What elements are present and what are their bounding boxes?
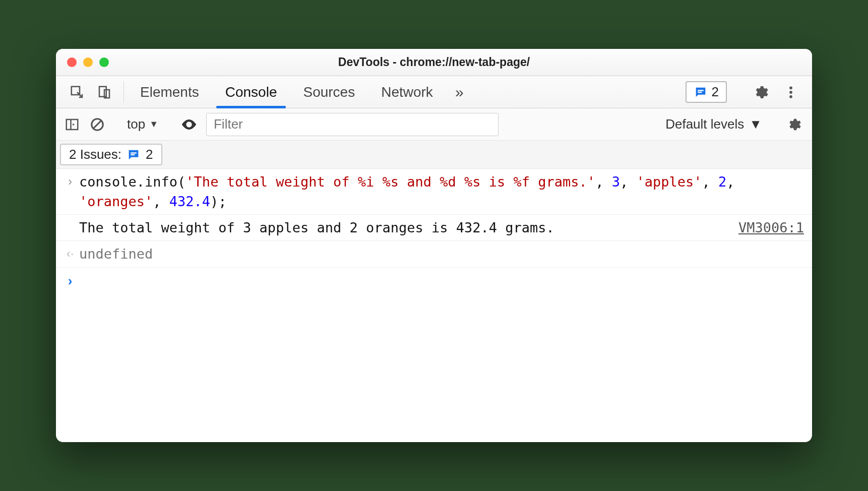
traffic-lights — [67, 57, 109, 67]
tab-network[interactable]: Network — [368, 76, 446, 108]
svg-rect-8 — [67, 119, 78, 130]
live-expression-icon[interactable] — [179, 114, 199, 135]
console-output: › console.info('The total weight of %i %… — [56, 169, 812, 442]
prompt-marker-icon: › — [61, 271, 79, 291]
titlebar: DevTools - chrome://new-tab-page/ — [56, 49, 812, 76]
close-window-button[interactable] — [67, 57, 77, 67]
input-marker-icon: › — [61, 172, 79, 191]
console-settings-button[interactable] — [783, 113, 805, 136]
more-options-button[interactable] — [780, 81, 802, 103]
devtools-window: DevTools - chrome://new-tab-page/ Elemen… — [56, 49, 812, 442]
console-input-code[interactable]: console.info('The total weight of %i %s … — [79, 172, 804, 211]
zoom-window-button[interactable] — [99, 57, 109, 67]
console-output-text: The total weight of 3 apples and 2 orang… — [79, 218, 728, 237]
log-levels-select[interactable]: Default levels ▼ — [655, 116, 762, 132]
svg-point-6 — [789, 91, 792, 94]
source-link[interactable]: VM3006:1 — [728, 218, 804, 237]
issues-chip-count: 2 — [146, 147, 153, 162]
tab-sources[interactable]: Sources — [290, 76, 368, 108]
inspect-element-icon[interactable] — [68, 83, 86, 101]
tab-console[interactable]: Console — [212, 76, 290, 108]
issues-label: 2 Issues: — [69, 147, 121, 162]
minimize-window-button[interactable] — [83, 57, 93, 67]
settings-button[interactable] — [750, 81, 772, 103]
console-filter-input[interactable] — [206, 113, 499, 136]
console-input-row: › console.info('The total weight of %i %… — [56, 169, 812, 215]
return-marker-icon: ‹· — [61, 244, 79, 263]
execution-context-select[interactable]: top ▼ — [127, 116, 158, 132]
issues-icon — [694, 85, 708, 99]
toggle-console-sidebar-icon[interactable] — [63, 115, 81, 134]
info-marker — [61, 218, 79, 219]
panel-tabs: Elements Console Sources Network — [127, 76, 446, 108]
dropdown-triangle-icon: ▼ — [749, 116, 762, 132]
svg-rect-3 — [698, 90, 704, 91]
console-return-row: ‹· undefined — [56, 241, 812, 267]
issues-count: 2 — [712, 84, 719, 100]
clear-console-icon[interactable] — [88, 115, 106, 134]
issues-bar: 2 Issues: 2 — [56, 141, 812, 169]
issues-icon — [127, 148, 141, 162]
console-info-row: The total weight of 3 apples and 2 orang… — [56, 215, 812, 241]
svg-point-5 — [789, 86, 792, 89]
issues-pill[interactable]: 2 — [686, 81, 727, 103]
svg-rect-1 — [99, 86, 106, 96]
svg-rect-10 — [131, 152, 137, 153]
device-toolbar-icon[interactable] — [95, 83, 113, 101]
console-prompt-row[interactable]: › — [56, 268, 812, 294]
window-title: DevTools - chrome://new-tab-page/ — [56, 55, 812, 69]
svg-rect-4 — [698, 91, 702, 92]
tab-elements[interactable]: Elements — [127, 76, 212, 108]
panel-tabstrip: Elements Console Sources Network » 2 — [56, 76, 812, 108]
dropdown-triangle-icon: ▼ — [149, 119, 158, 130]
more-tabs-button[interactable]: » — [446, 76, 473, 108]
console-toolbar: top ▼ Default levels ▼ — [56, 108, 812, 141]
svg-rect-11 — [131, 154, 135, 155]
issues-chip[interactable]: 2 Issues: 2 — [60, 144, 162, 165]
console-return-value: undefined — [79, 244, 804, 264]
svg-point-7 — [789, 95, 792, 98]
